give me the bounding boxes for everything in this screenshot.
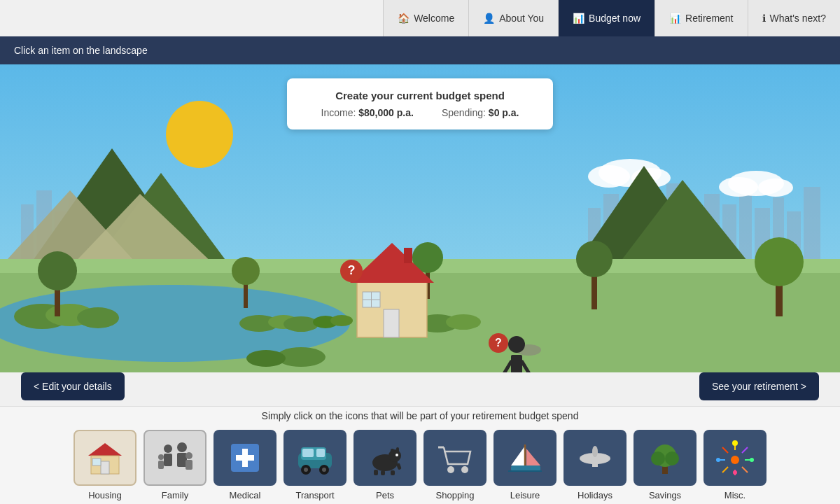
svg-point-52 [38,251,77,290]
svg-point-60 [232,257,260,285]
category-pets[interactable]: Pets [354,430,416,500]
svg-rect-70 [511,355,522,372]
svg-point-128 [665,451,679,465]
svg-rect-84 [164,454,172,466]
income-value: $80,000 p.a. [358,107,414,118]
welcome-icon: 🏠 [398,13,410,24]
spending-display: Spending: $0 p.a. [442,107,519,118]
svg-point-141 [750,458,754,462]
svg-text:?: ? [495,337,502,349]
svg-rect-105 [396,447,399,454]
svg-rect-96 [302,449,314,457]
svg-point-127 [651,451,665,465]
nav-budget-label: Budget now [589,13,640,24]
svg-point-124 [592,446,598,457]
svg-point-139 [733,470,737,475]
misc-label: Misc. [724,490,746,500]
misc-icon-box [704,430,766,486]
edit-details-button[interactable]: < Edit your details [21,372,125,400]
category-medical[interactable]: Medical [214,430,276,500]
svg-point-29 [758,178,793,197]
category-icons-row: Housing Family [74,430,766,500]
svg-rect-64 [384,309,399,337]
category-savings[interactable]: Savings [634,430,696,500]
navigation: 🏠 Welcome 👤 About You 📊 Budget now 📊 Ret… [383,0,840,36]
svg-rect-93 [236,455,254,461]
nav-retirement-label: Retirement [685,13,733,24]
svg-point-103 [388,449,401,462]
nav-budget-now[interactable]: 📊 Budget now [558,0,654,36]
svg-point-89 [158,454,164,460]
svg-point-69 [508,336,525,353]
svg-rect-123 [592,463,598,467]
nav-welcome-label: Welcome [414,13,454,24]
nav-about-you[interactable]: 👤 About You [468,0,558,36]
svg-marker-115 [526,449,540,465]
nav-about-label: About You [499,13,544,24]
svg-line-134 [722,447,728,453]
transport-label: Transport [295,490,334,500]
category-misc[interactable]: Misc. [704,430,766,500]
income-label: Income: [321,107,356,118]
person-icon: 👤 [483,13,495,24]
svg-rect-109 [396,463,402,470]
svg-point-99 [304,468,308,472]
budget-card-title: Create your current budget spend [315,90,525,102]
category-holidays[interactable]: Holidays [564,430,626,500]
svg-point-112 [447,466,454,473]
nav-retirement[interactable]: 📊 Retirement [654,0,747,36]
chart2-icon: 📊 [669,13,681,24]
chart-icon: 📊 [573,13,584,24]
svg-rect-82 [92,458,101,465]
svg-point-87 [186,452,192,459]
svg-point-83 [164,444,172,453]
pets-label: Pets [376,490,394,500]
svg-rect-81 [101,461,109,474]
holidays-label: Holidays [578,490,612,500]
leisure-label: Leisure [510,490,540,500]
svg-rect-86 [177,453,187,467]
category-housing[interactable]: Housing [74,430,136,500]
svg-point-25 [588,165,630,188]
svg-rect-90 [158,461,164,469]
svg-rect-108 [391,470,395,475]
svg-point-1 [166,101,233,168]
svg-point-140 [716,458,720,462]
svg-line-137 [722,467,728,472]
housing-label: Housing [88,490,122,500]
instruction-text: Click an item on the landscape [14,45,148,56]
svg-rect-106 [374,470,378,475]
svg-point-50 [330,315,353,326]
svg-point-85 [177,442,187,452]
holidays-icon-box [564,430,626,486]
landscape-area: ? ? Create your current budget spend Inc… [0,64,840,372]
medical-label: Medical [230,490,261,500]
category-leisure[interactable]: Leisure [493,430,556,500]
medical-icon-box [214,430,276,486]
svg-point-48 [246,350,286,367]
svg-rect-68 [404,248,412,263]
nav-whats-next[interactable]: ℹ What's next? [748,0,841,36]
svg-point-28 [719,177,758,197]
svg-rect-23 [804,187,820,267]
svg-line-136 [742,447,748,453]
svg-marker-114 [511,446,525,465]
category-family[interactable]: Family [144,430,206,500]
savings-label: Savings [649,490,681,500]
nav-welcome[interactable]: 🏠 Welcome [383,0,468,36]
svg-rect-97 [316,449,325,457]
income-display: Income: $80,000 p.a. [321,107,414,118]
svg-marker-79 [88,443,122,456]
category-transport[interactable]: Transport [284,430,346,500]
spending-value: $0 p.a. [489,107,519,118]
svg-point-41 [77,307,119,328]
svg-point-44 [284,316,318,332]
transport-icon-box [284,430,346,486]
svg-rect-117 [511,465,540,471]
family-icon-box [144,430,206,486]
see-retirement-button[interactable]: See your retirement > [699,372,819,400]
svg-point-46 [446,314,481,330]
category-shopping[interactable]: Shopping [424,430,486,500]
spending-label: Spending: [442,107,486,118]
family-label: Family [162,490,188,500]
